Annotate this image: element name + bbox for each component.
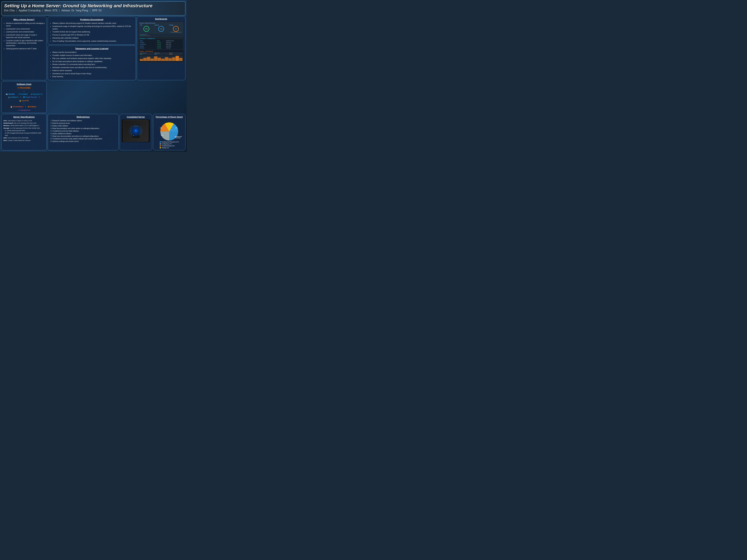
server-photo-inner (123, 120, 149, 142)
mid-col: Problems Encountered VMware vSphere disc… (48, 17, 136, 80)
proxmox-row: ✕ PROXM☒X (17, 87, 31, 89)
svg-text:11%: 11% (166, 122, 168, 123)
mem-gauge: 71% (158, 26, 164, 32)
list-item: Troubleshoot and test newly added softwa… (52, 138, 117, 140)
list-item: Hands-on experience in setting up and ma… (6, 22, 45, 27)
list-item: Build the physical server. (52, 122, 117, 125)
title-block: Setting Up a Home Server: Ground Up Netw… (1, 1, 185, 16)
main-title: Setting Up a Home Server: Ground Up Netw… (4, 3, 183, 8)
list-item: Read documentation and online advice on … (52, 127, 117, 130)
fourth-row: 🔥 Prometheus + ◈ Grafana ⬡ Folding@Home (3, 106, 45, 111)
top-area: Why a Home Server? Hands-on experience i… (1, 17, 185, 80)
list-item: Sometimes you need to break things to le… (52, 73, 134, 75)
svg-text:47%: 47% (175, 127, 178, 129)
poster: Setting Up a Home Server: Ground Up Netw… (0, 0, 187, 152)
svg-rect-6 (133, 126, 139, 126)
container-row: grafana running 3000:3000 (140, 45, 182, 47)
list-item: Research hardware and software options. (52, 119, 117, 122)
docker-logo: 🐳 docker (5, 93, 15, 95)
why-server-title: Why a Home Server? (3, 18, 45, 21)
svg-text:Research: Research (175, 137, 181, 138)
legend-item: Troubleshooting 13% (160, 145, 179, 146)
container-list: Name State Published Ports portainer run… (139, 39, 183, 49)
methodology-list: Research hardware and software options. … (50, 119, 117, 143)
svg-point-9 (134, 135, 134, 136)
list-item: Patience will be rewarded. (52, 69, 134, 72)
svg-rect-7 (133, 127, 139, 127)
third-row: ⚓ portainer.io + 🌐 Google Domains + 🔒 Op… (3, 96, 45, 102)
container-row: openvpn running 1194:udp (140, 47, 182, 49)
list-item: Optimize settings and monitor server (52, 140, 117, 143)
svg-rect-5 (133, 125, 139, 125)
software-logos: ✕ PROXM☒X ↓ 🐳 docker ✦ TrueNAS ⊞ Windows… (3, 87, 45, 111)
list-item: Deploy initial software. (52, 125, 117, 127)
list-item: Troubleshoot and test initial software. (52, 130, 117, 132)
why-server-panel: Why a Home Server? Hands-on experience i… (1, 17, 47, 80)
server-specs-panel: Server Specifications CPU: AMD Ryzen 5 3… (1, 114, 47, 150)
svg-point-3 (134, 129, 138, 133)
stor-gauge: 7% (173, 26, 179, 32)
spec-text: CPU: AMD Ryzen 5 3600 3.6 GHz 6-Core Mot… (3, 119, 45, 142)
problems-panel: Problems Encountered VMware vSphere disc… (48, 17, 136, 45)
completed-server-panel: Completed Server (120, 114, 152, 150)
list-item: VMware vSphere discontinuing support for… (52, 22, 134, 25)
legend-dot (160, 147, 161, 149)
legend-dot (160, 141, 161, 142)
windows-logo: ⊞ Windows 10 (31, 93, 43, 95)
list-item: Learning the Linux environment (6, 28, 45, 30)
svg-text:27%: 27% (161, 135, 163, 136)
legend-label: Reading and Research 47% (162, 141, 179, 143)
list-item: Consider multiple sources of opinion and… (52, 54, 134, 57)
list-item: Keep learning... (52, 75, 134, 78)
software-row: Software Used ✕ PROXM☒X ↓ 🐳 docker ✦ Tru… (1, 81, 185, 113)
methodology-title: Methodology (50, 116, 117, 118)
server-svg (129, 123, 142, 139)
list-item: Anticipate unexpected issues and allocat… (52, 66, 134, 69)
list-item: Always read the documentation! (52, 51, 134, 54)
minor: Minor: STS (45, 8, 57, 12)
list-item: Review unfamiliar CLI commands before ex… (52, 63, 134, 66)
list-item: Process to passthrough GPU to Windows 10… (52, 34, 134, 36)
methodology-panel: Methodology Research hardware and softwa… (48, 114, 119, 150)
legend-dot (160, 145, 161, 146)
svg-point-2 (133, 128, 139, 134)
truenas-logo: ✦ TrueNAS (18, 93, 28, 95)
author: Eric Chiu (4, 8, 15, 12)
container-row: portainer running 9000:9443 (140, 42, 182, 44)
list-item: Interacting with unfamiliar software (52, 37, 134, 39)
list-item: Do not make assumptions about hardware o… (52, 60, 134, 63)
advisor: Advisor: Dr. Yang Peng (61, 8, 88, 12)
grafana-logo: ◈ Grafana (28, 106, 36, 108)
portainer-logo: ⚓ portainer.io (8, 96, 18, 98)
list-item: Tons of reading: Documentation, forum ar… (52, 40, 134, 43)
software-panel: Software Used ✕ PROXM☒X ↓ 🐳 docker ✦ Tru… (1, 81, 47, 113)
cpu-gauge: 35% (144, 26, 149, 32)
why-server-list: Hands-on experience in setting up and ma… (3, 22, 45, 50)
svg-text:13%: 13% (160, 127, 162, 129)
legend-label: Troubleshooting 13% (162, 145, 175, 146)
list-item: Gaining general experience with IT tasks (6, 48, 45, 50)
problems-list: VMware vSphere discontinuing support for… (50, 22, 134, 42)
server-specs-title: Server Specifications (3, 116, 45, 118)
folding-logo: ⬡ Folding@Home (17, 109, 30, 111)
list-item: TrueNAS SCALE did not support drive part… (52, 31, 134, 33)
svg-point-4 (135, 130, 137, 132)
svg-point-8 (133, 135, 134, 136)
legend-item: Testing 11% (160, 147, 179, 149)
takeaways-title: Takeaways and Lessons Learned (50, 47, 134, 50)
takeaways-list: Always read the documentation! Consider … (50, 51, 134, 78)
openvpn-logo: 🔒 OpenVPN (19, 100, 29, 102)
list-item: Deploy additional software. (52, 132, 117, 135)
list-item: Learning the setup and usage of a type-1… (6, 34, 45, 39)
legend-label: Testing 11% (162, 147, 169, 149)
problems-title: Problems Encountered (50, 18, 134, 21)
list-item: Long-term project to gain experience wit… (6, 39, 45, 47)
completed-server-title: Completed Server (122, 116, 150, 118)
pie-chart-title: Percentage of Hours Spent (156, 116, 183, 118)
server-photo (122, 119, 150, 142)
dashboard-panel: Dashboards Proxmox Virtual Environment C… (137, 17, 185, 80)
list-item: Plan your software and hardware deployme… (52, 57, 134, 60)
arrow-icon: ↓ (24, 102, 25, 105)
container-row: prometheus running 9090:9090 (140, 44, 182, 45)
dashboard-title: Dashboards (138, 18, 184, 20)
